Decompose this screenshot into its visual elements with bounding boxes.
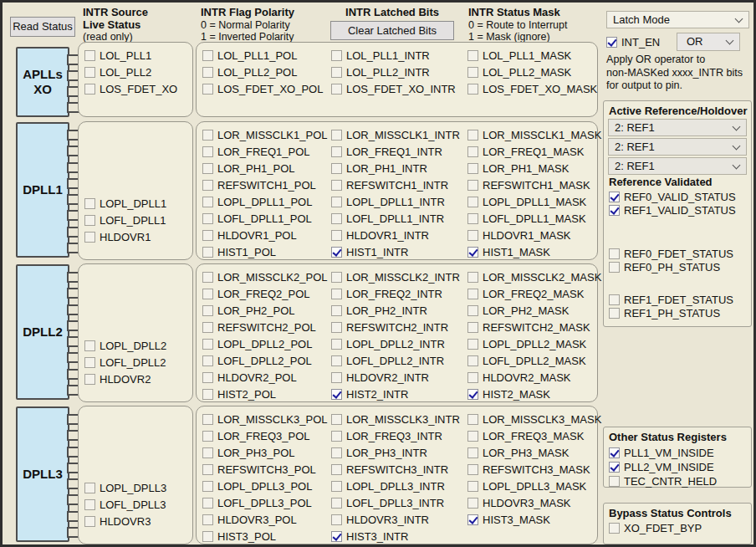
reference-select[interactable]: 2: REF1 — [608, 119, 747, 136]
reference-select[interactable]: 2: REF1 — [608, 157, 747, 175]
checkbox-row-LOL_PLL1[interactable]: LOL_PLL1 — [84, 47, 192, 64]
checkbox-row-REFSWITCH2_MASK[interactable]: REFSWITCH2_MASK — [467, 319, 595, 335]
checkbox-REFSWITCH1_INTR[interactable] — [331, 180, 342, 191]
checkbox-row-REFSWITCH1_INTR[interactable]: REFSWITCH1_INTR — [331, 176, 458, 193]
checkbox-row-LOR_MISSCLK1_MASK[interactable]: LOR_MISSCLK1_MASK — [467, 126, 595, 143]
checkbox-row-LOL_PLL1_MASK[interactable]: LOL_PLL1_MASK — [467, 47, 595, 64]
checkbox-LOPL_DPLL1[interactable] — [84, 198, 95, 209]
checkbox-LOL_PLL2_MASK[interactable] — [467, 67, 478, 78]
checkbox-row-REF0_FDET_STATUS[interactable]: REF0_FDET_STATUS — [609, 247, 733, 260]
checkbox-row-LOPL_DPLL1[interactable]: LOPL_DPLL1 — [84, 195, 192, 212]
checkbox-row-REFSWITCH2_POL[interactable]: REFSWITCH2_POL — [202, 319, 329, 335]
checkbox-row-LOR_PH1_POL[interactable]: LOR_PH1_POL — [202, 160, 329, 176]
checkbox-row-LOR_FREQ1_POL[interactable]: LOR_FREQ1_POL — [202, 143, 329, 160]
checkbox-row-HLDOVR1[interactable]: HLDOVR1 — [84, 228, 192, 245]
checkbox-row-LOFL_DPLL3_INTR[interactable]: LOFL_DPLL3_INTR — [331, 494, 458, 511]
checkbox-row-LOR_FREQ2_MASK[interactable]: LOR_FREQ2_MASK — [467, 285, 595, 302]
checkbox-HIST2_MASK[interactable] — [467, 389, 478, 400]
checkbox-LOFL_DPLL2[interactable] — [84, 357, 95, 368]
checkbox-row-HLDOVR2_INTR[interactable]: HLDOVR2_INTR — [331, 369, 458, 386]
checkbox-row-LOPL_DPLL2_POL[interactable]: LOPL_DPLL2_POL — [202, 335, 329, 352]
checkbox-HLDOVR1_INTR[interactable] — [331, 230, 342, 241]
checkbox-row-LOFL_DPLL3[interactable]: LOFL_DPLL3 — [84, 496, 192, 513]
checkbox-row-REFSWITCH1_POL[interactable]: REFSWITCH1_POL — [202, 176, 329, 193]
checkbox-LOR_MISSCLK3_INTR[interactable] — [331, 414, 342, 425]
checkbox-row-HLDOVR2[interactable]: HLDOVR2 — [84, 371, 192, 387]
checkbox-LOR_MISSCLK3_MASK[interactable] — [467, 414, 478, 425]
checkbox-HLDOVR3_INTR[interactable] — [331, 514, 342, 525]
checkbox-LOPL_DPLL1_MASK[interactable] — [467, 197, 478, 207]
checkbox-row-HLDOVR3_MASK[interactable]: HLDOVR3_MASK — [467, 494, 595, 511]
checkbox-row-LOR_FREQ3_MASK[interactable]: LOR_FREQ3_MASK — [467, 427, 595, 444]
checkbox-LOFL_DPLL1[interactable] — [84, 215, 95, 226]
checkbox-row-LOR_MISSCLK2_MASK[interactable]: LOR_MISSCLK2_MASK — [467, 268, 595, 285]
checkbox-LOR_MISSCLK2_MASK[interactable] — [467, 272, 478, 283]
checkbox-REFSWITCH2_MASK[interactable] — [467, 322, 478, 333]
checkbox-REFSWITCH3_INTR[interactable] — [331, 464, 342, 475]
checkbox-LOR_MISSCLK1_MASK[interactable] — [467, 130, 478, 141]
checkbox-LOL_PLL2[interactable] — [84, 67, 95, 78]
reference-select[interactable]: 2: REF1 — [608, 138, 747, 156]
checkbox-REFSWITCH3_POL[interactable] — [202, 464, 213, 475]
checkbox-LOPL_DPLL3_MASK[interactable] — [467, 481, 478, 492]
checkbox-REFSWITCH2_POL[interactable] — [202, 322, 213, 333]
checkbox-row-LOR_PH1_INTR[interactable]: LOR_PH1_INTR — [331, 160, 458, 176]
checkbox-row-LOFL_DPLL1[interactable]: LOFL_DPLL1 — [84, 212, 192, 228]
checkbox-row-HLDOVR1_INTR[interactable]: HLDOVR1_INTR — [331, 227, 458, 243]
read-status-button[interactable]: Read Status — [10, 17, 75, 37]
checkbox-REF0_FDET_STATUS[interactable] — [609, 248, 620, 259]
checkbox-REF1_PH_STATUS[interactable] — [609, 308, 620, 319]
checkbox-row-HIST1_INTR[interactable]: HIST1_INTR — [331, 243, 458, 260]
checkbox-LOFL_DPLL2_POL[interactable] — [202, 355, 213, 366]
checkbox-LOR_PH3_INTR[interactable] — [331, 447, 342, 458]
checkbox-row-LOS_FDET_XO_INTR[interactable]: LOS_FDET_XO_INTR — [331, 80, 458, 97]
checkbox-LOFL_DPLL1_POL[interactable] — [202, 213, 213, 224]
checkbox-row-LOR_PH3_INTR[interactable]: LOR_PH3_INTR — [331, 444, 458, 461]
checkbox-row-HLDOVR3_POL[interactable]: HLDOVR3_POL — [202, 511, 329, 528]
checkbox-row-REFSWITCH3_MASK[interactable]: REFSWITCH3_MASK — [467, 461, 595, 478]
checkbox-LOPL_DPLL2_POL[interactable] — [202, 339, 213, 350]
checkbox-HLDOVR1_POL[interactable] — [202, 230, 213, 241]
checkbox-PLL2_VM_INSIDE[interactable] — [609, 462, 620, 473]
clear-latched-bits-button[interactable]: Clear Latched Bits — [330, 21, 454, 40]
checkbox-row-LOFL_DPLL1_POL[interactable]: LOFL_DPLL1_POL — [202, 210, 329, 227]
checkbox-LOFL_DPLL3_INTR[interactable] — [331, 498, 342, 509]
checkbox-row-LOL_PLL2_POL[interactable]: LOL_PLL2_POL — [202, 64, 329, 80]
checkbox-row-LOR_PH2_POL[interactable]: LOR_PH2_POL — [202, 302, 329, 319]
checkbox-row-LOS_FDET_XO_POL[interactable]: LOS_FDET_XO_POL — [202, 80, 329, 97]
checkbox-LOR_PH3_MASK[interactable] — [467, 447, 478, 458]
checkbox-row-REF0_VALID_STATUS[interactable]: REF0_VALID_STATUS — [609, 190, 736, 203]
checkbox-row-HLDOVR2_MASK[interactable]: HLDOVR2_MASK — [467, 369, 595, 386]
checkbox-row-LOR_FREQ2_POL[interactable]: LOR_FREQ2_POL — [202, 285, 329, 302]
checkbox-LOPL_DPLL2_MASK[interactable] — [467, 339, 478, 350]
or-operator-select[interactable]: OR — [677, 33, 740, 51]
checkbox-row-PLL2_VM_INSIDE[interactable]: PLL2_VM_INSIDE — [609, 460, 717, 474]
checkbox-row-LOFL_DPLL1_MASK[interactable]: LOFL_DPLL1_MASK — [467, 210, 595, 227]
checkbox-HLDOVR2_POL[interactable] — [202, 372, 213, 383]
checkbox-row-HIST2_MASK[interactable]: HIST2_MASK — [467, 386, 595, 402]
checkbox-row-TEC_CNTR_HELD[interactable]: TEC_CNTR_HELD — [609, 474, 717, 488]
checkbox-REF0_VALID_STATUS[interactable] — [609, 192, 620, 202]
checkbox-row-HIST3_INTR[interactable]: HIST3_INTR — [331, 528, 458, 544]
checkbox-LOFL_DPLL2_MASK[interactable] — [467, 355, 478, 366]
checkbox-row-LOFL_DPLL2_POL[interactable]: LOFL_DPLL2_POL — [202, 352, 329, 369]
checkbox-LOR_FREQ2_MASK[interactable] — [467, 289, 478, 299]
checkbox-row-LOPL_DPLL3[interactable]: LOPL_DPLL3 — [84, 479, 192, 496]
checkbox-row-LOL_PLL2_INTR[interactable]: LOL_PLL2_INTR — [331, 64, 458, 80]
checkbox-LOS_FDET_XO[interactable] — [84, 84, 95, 95]
checkbox-REFSWITCH3_MASK[interactable] — [467, 464, 478, 475]
checkbox-row-LOPL_DPLL3_POL[interactable]: LOPL_DPLL3_POL — [202, 478, 329, 494]
checkbox-INT_EN[interactable] — [606, 37, 617, 48]
checkbox-row-LOR_MISSCLK2_POL[interactable]: LOR_MISSCLK2_POL — [202, 268, 329, 285]
checkbox-row-LOR_PH2_INTR[interactable]: LOR_PH2_INTR — [331, 302, 458, 319]
checkbox-LOS_FDET_XO_MASK[interactable] — [467, 84, 478, 95]
checkbox-row-LOR_FREQ1_MASK[interactable]: LOR_FREQ1_MASK — [467, 143, 595, 160]
checkbox-row-HLDOVR3[interactable]: HLDOVR3 — [84, 513, 192, 529]
checkbox-LOR_PH2_MASK[interactable] — [467, 305, 478, 316]
checkbox-LOL_PLL1_MASK[interactable] — [467, 50, 478, 61]
checkbox-HIST1_INTR[interactable] — [331, 247, 342, 258]
checkbox-LOR_FREQ3_INTR[interactable] — [331, 431, 342, 442]
checkbox-HIST2_POL[interactable] — [202, 389, 213, 400]
checkbox-row-REFSWITCH2_INTR[interactable]: REFSWITCH2_INTR — [331, 319, 458, 335]
checkbox-row-LOR_PH1_MASK[interactable]: LOR_PH1_MASK — [467, 160, 595, 176]
